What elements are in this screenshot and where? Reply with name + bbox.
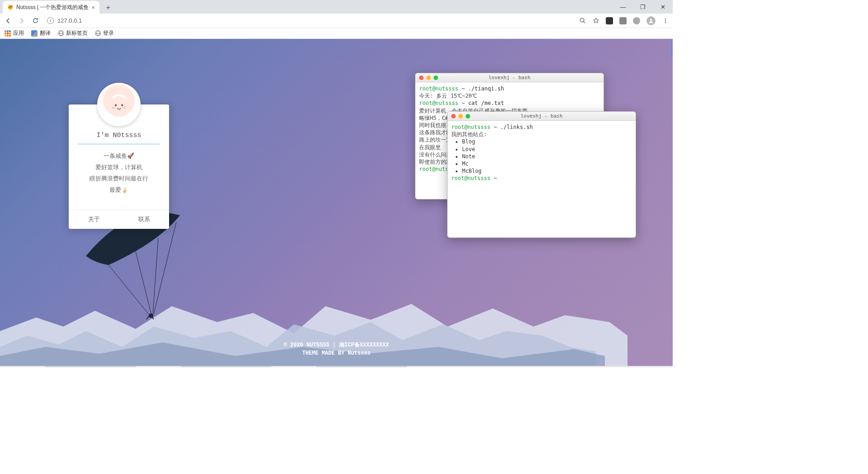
- scrollbar-thumb[interactable]: [671, 39, 673, 57]
- bio-line: 瞎折腾浪费时间最在行: [75, 173, 163, 185]
- zoom-light-icon[interactable]: [434, 76, 438, 80]
- globe-icon: [58, 30, 64, 36]
- link-item[interactable]: Blog: [462, 138, 632, 145]
- prompt-tilde: ~: [462, 100, 465, 106]
- svg-point-11: [123, 107, 126, 109]
- prompt-cmd: cat /me.txt: [468, 100, 504, 106]
- terminal-titlebar[interactable]: lovexhj - bash: [415, 73, 604, 82]
- nav-back-button[interactable]: [4, 16, 13, 25]
- traffic-lights: [451, 114, 470, 118]
- minimize-light-icon[interactable]: [458, 114, 463, 118]
- svg-point-5: [665, 22, 666, 23]
- profile-name: I'm N0tssss: [78, 132, 160, 144]
- bookmark-label: 应用: [13, 29, 24, 37]
- tab-favicon: [7, 4, 14, 10]
- site-info-icon[interactable]: i: [47, 17, 54, 24]
- profile-bio: 一条咸鱼🚀 爱好篮球，计算机 瞎折腾浪费时间最在行 最爱🍦: [69, 148, 169, 209]
- address-bar: i 127.0.0.1: [0, 14, 673, 28]
- prompt-tilde: ~: [494, 175, 497, 181]
- bookmarks-bar: 应用 翻译 新标签页 登录: [0, 28, 673, 39]
- browser-chrome: Nutssss | 一个热爱游戏的咸鱼 × + — ❐ ✕ i 127.0.0.…: [0, 0, 673, 39]
- zoom-light-icon[interactable]: [466, 114, 470, 118]
- window-controls: — ❐ ✕: [613, 0, 673, 14]
- window-minimize-button[interactable]: —: [613, 0, 633, 14]
- prompt-tilde: ~: [462, 85, 465, 92]
- terminal-output: 我的其他站点:: [451, 131, 632, 138]
- profile-avatar-button[interactable]: [646, 16, 656, 25]
- tab-title: Nutssss | 一个热爱游戏的咸鱼: [16, 4, 89, 11]
- bookmark-login[interactable]: 登录: [95, 29, 114, 37]
- terminal-title: lovexhj - bash: [415, 75, 604, 81]
- page-content: I'm N0tssss 一条咸鱼🚀 爱好篮球，计算机 瞎折腾浪费时间最在行 最爱…: [0, 39, 673, 367]
- extension-icon-2[interactable]: [619, 17, 627, 24]
- page-scrollbar[interactable]: [671, 39, 673, 366]
- apps-grid-icon: [5, 30, 11, 37]
- close-light-icon[interactable]: [451, 114, 456, 118]
- svg-point-4: [665, 20, 666, 21]
- terminal-output: 今天: 多云 15℃~20℃: [419, 92, 600, 100]
- link-item[interactable]: Mc: [462, 160, 632, 167]
- menu-kebab-icon[interactable]: [662, 17, 669, 24]
- page-footer: © 2020 NUTSSSS │ 湘ICP备XXXXXXXXX THEME MA…: [0, 341, 673, 357]
- footer-theme: THEME MADE BY Nutssss: [0, 349, 673, 357]
- footer-icp-link[interactable]: 湘ICP备XXXXXXXXX: [339, 342, 389, 348]
- terminal-window-2[interactable]: lovexhj - bash root@nutssss ~ ./links.sh…: [447, 111, 636, 238]
- terminal-body: root@nutssss ~ ./links.sh 我的其他站点: Blog L…: [448, 121, 636, 187]
- tab-strip: Nutssss | 一个热爱游戏的咸鱼 × + — ❐ ✕: [0, 0, 673, 14]
- browser-tab[interactable]: Nutssss | 一个热爱游戏的咸鱼 ×: [3, 1, 99, 14]
- new-tab-button[interactable]: +: [102, 2, 114, 14]
- avatar: [97, 83, 141, 126]
- bookmark-newtab[interactable]: 新标签页: [58, 29, 88, 37]
- minimize-light-icon[interactable]: [426, 76, 431, 80]
- tab-about[interactable]: 关于: [69, 210, 119, 229]
- svg-point-2: [650, 19, 652, 20]
- prompt-cmd: ./links.sh: [500, 124, 533, 130]
- bio-line: 一条咸鱼🚀: [75, 151, 163, 162]
- prompt-user: root@nutssss: [451, 175, 491, 181]
- avatar-image: [99, 85, 139, 124]
- globe-icon: [95, 30, 101, 36]
- prompt-user: root@nutssss: [419, 100, 458, 106]
- svg-point-10: [112, 107, 115, 109]
- prompt-cmd: ./tianqi.sh: [468, 85, 504, 92]
- tab-close-button[interactable]: ×: [91, 4, 95, 11]
- zoom-icon[interactable]: [579, 17, 586, 24]
- links-list: Blog Love Note Mc McBlog: [462, 138, 632, 175]
- link-item[interactable]: McBlog: [462, 167, 632, 175]
- svg-point-8: [115, 104, 117, 106]
- prompt-user: root@nutssss: [419, 85, 458, 92]
- bookmark-translate[interactable]: 翻译: [31, 29, 51, 37]
- close-light-icon[interactable]: [419, 76, 424, 80]
- prompt-tilde: ~: [494, 124, 497, 130]
- nav-forward-button[interactable]: [17, 16, 26, 25]
- bookmark-apps[interactable]: 应用: [5, 29, 24, 37]
- translate-icon: [31, 30, 38, 37]
- terminal-title: lovexhj - bash: [448, 113, 636, 119]
- link-item[interactable]: Note: [462, 153, 632, 160]
- svg-point-1: [580, 18, 584, 22]
- extension-icon-3[interactable]: [633, 17, 640, 24]
- bookmark-label: 新标签页: [66, 29, 88, 37]
- window-maximize-button[interactable]: ❐: [633, 0, 653, 14]
- traffic-lights: [419, 76, 438, 80]
- tab-contact[interactable]: 联系: [119, 210, 169, 229]
- bio-line: 最爱🍦: [75, 185, 163, 196]
- terminal-titlebar[interactable]: lovexhj - bash: [448, 112, 636, 121]
- footer-copyright: © 2020 NUTSSSS │: [284, 342, 339, 348]
- card-tabs: 关于 联系: [69, 209, 169, 229]
- bookmark-label: 翻译: [40, 29, 51, 37]
- svg-point-3: [665, 18, 666, 19]
- bio-line: 爱好篮球，计算机: [75, 162, 163, 173]
- window-close-button[interactable]: ✕: [653, 0, 673, 14]
- svg-point-9: [121, 104, 123, 106]
- link-item[interactable]: Love: [462, 146, 632, 153]
- url-text: 127.0.0.1: [57, 17, 82, 24]
- bookmark-star-icon[interactable]: [592, 17, 599, 24]
- nav-reload-button[interactable]: [31, 16, 40, 25]
- prompt-user: root@nutssss: [451, 124, 491, 130]
- os-taskbar: [0, 366, 673, 367]
- svg-point-7: [107, 92, 131, 116]
- profile-card: I'm N0tssss 一条咸鱼🚀 爱好篮球，计算机 瞎折腾浪费时间最在行 最爱…: [69, 104, 169, 229]
- extension-icon-1[interactable]: [606, 17, 613, 24]
- url-field[interactable]: i 127.0.0.1: [47, 17, 82, 24]
